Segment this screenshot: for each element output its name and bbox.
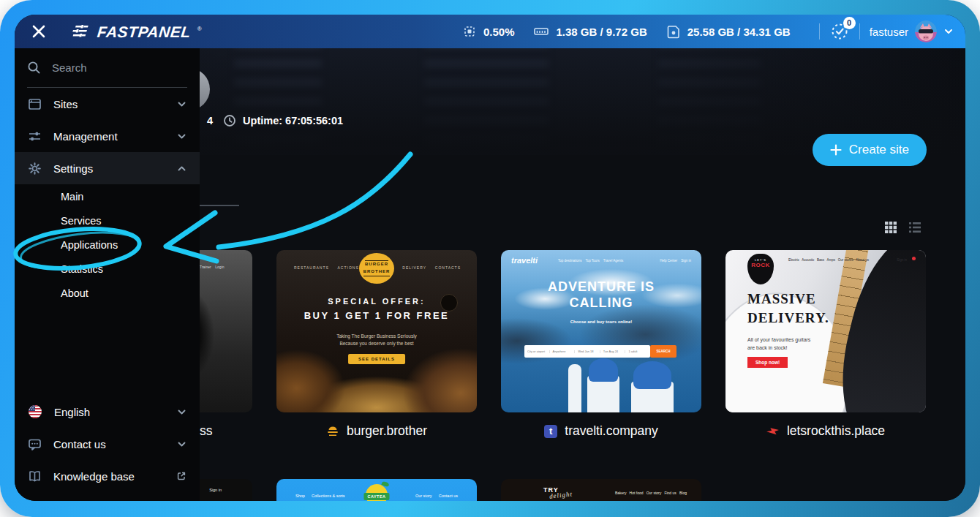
avatar — [915, 20, 937, 42]
sidebar-item-management[interactable]: Management — [15, 120, 200, 152]
us-flag-icon — [28, 404, 42, 419]
list-view-icon[interactable] — [908, 221, 921, 234]
try-delight-logo: TRY delight — [543, 486, 573, 499]
preview-subtext: Choose and buy tours online! — [501, 320, 701, 324]
santorini-tower-decor — [568, 364, 581, 412]
grid-view-icon[interactable] — [884, 221, 897, 234]
sidebar-subitem-main[interactable]: Main — [15, 184, 200, 208]
preview-cta: SEE DETAILS — [348, 354, 405, 364]
burger-brother-logo: BURGERBROTHER — [359, 253, 394, 284]
travelti-logo: travelti — [511, 256, 538, 265]
site-card-caytea-preview[interactable]: Shop Collections & sorts Our story Conta… — [276, 479, 477, 501]
sidebar-item-label: Contact us — [53, 438, 106, 450]
preview-nav: Our story Contact us — [415, 494, 458, 498]
brand-logo[interactable]: FASTPANEL ® — [72, 24, 202, 39]
sidebar-item-label: Settings — [53, 162, 93, 175]
site-cell-caytea: Shop Collections & sorts Our story Conta… — [276, 479, 477, 501]
sidebar-item-language[interactable]: English — [15, 396, 200, 428]
preview-nav: RESTAURANTS ACTIONS — [294, 265, 359, 270]
top-bar: FASTPANEL ® 0.50% 1.38 GB / 9.72 GB — [15, 15, 965, 48]
divider — [819, 23, 820, 39]
server-rack-decor — [424, 48, 549, 155]
chevron-down-icon — [177, 439, 186, 449]
sidebar-footer: English Contact us — [15, 396, 200, 501]
user-menu[interactable]: fastuser — [870, 20, 954, 42]
ip-fragment: 4 — [207, 115, 213, 127]
plus-icon — [830, 144, 842, 156]
create-site-button[interactable]: Create site — [813, 134, 927, 166]
lets-rock-logo: LET'S ROCK — [747, 254, 774, 284]
site-cell-burger: RESTAURANTS ACTIONS DELIVERY CONTACTS BU… — [276, 250, 477, 439]
cpu-usage: 0.50% — [462, 24, 515, 39]
sidebar-item-label: English — [54, 406, 90, 418]
sidebar-item-label: Management — [53, 130, 118, 143]
sidebar-subitem-statistics[interactable]: Statistics — [15, 257, 200, 281]
ram-usage: 1.38 GB / 9.72 GB — [533, 24, 647, 39]
preview-heading: ADVENTURE IS — [501, 279, 701, 295]
search-input[interactable] — [50, 61, 163, 75]
preview-nav: Sign in — [209, 488, 222, 492]
preview-nav: Bakery Hot food Our story Find us Blog — [615, 491, 687, 495]
site-name-burger-brother[interactable]: burger.brother — [276, 423, 477, 439]
preview-nav: Top destinations Top Tours Travel Agents — [558, 259, 623, 263]
brand-name: FASTPANEL — [97, 24, 192, 39]
page: { "colors":{"accent":"#29b6f6","annotati… — [0, 0, 980, 517]
view-toggles — [884, 221, 921, 234]
site-cell-travelti: travelti Top destinations Top Tours Trav… — [501, 250, 701, 439]
sidebar-item-settings[interactable]: Settings — [15, 152, 200, 184]
preview-subtext: Because you deserve only the best — [276, 341, 477, 346]
ram-value: 1.38 GB / 9.72 GB — [556, 26, 647, 38]
close-menu-button[interactable] — [31, 23, 47, 39]
ram-icon — [533, 24, 549, 39]
travelti-favicon: t — [544, 425, 557, 438]
site-card-delight-preview[interactable]: TRY delight Bakery Hot food Our story Fi… — [501, 479, 701, 501]
sidebar-menu: Sites Management Settings — [15, 48, 200, 501]
site-card-burger-preview[interactable]: RESTAURANTS ACTIONS DELIVERY CONTACTS BU… — [276, 250, 477, 412]
server-rack-decor — [658, 48, 761, 155]
sidebar-subitem-about[interactable]: About — [15, 281, 200, 305]
username: fastuser — [870, 26, 908, 38]
divider — [859, 23, 860, 39]
site-card-letsrock-preview[interactable]: LET'S ROCK Electric Acoustic Bass Amps O… — [725, 250, 926, 412]
sidebar-subitem-services[interactable]: Services — [15, 208, 200, 233]
clock-icon — [223, 114, 236, 127]
management-sliders-icon — [28, 129, 42, 143]
tab-underline-fragment — [200, 205, 239, 206]
sidebar-item-contact-us[interactable]: Contact us — [15, 428, 200, 460]
sidebar-item-label: Knowledge base — [53, 470, 135, 483]
preview-heading: MASSIVE — [747, 291, 816, 307]
preview-heading: DELIVERY. — [747, 310, 829, 326]
sidebar-item-knowledge-base[interactable]: Knowledge base — [15, 460, 200, 492]
external-link-icon — [176, 471, 186, 481]
preview-nav: Shop Collections & sorts — [295, 494, 345, 498]
equalizer-icon — [72, 25, 91, 38]
preview-search-button: SEARCH — [650, 345, 676, 358]
uptime-value: Uptime: 67:05:56:01 — [243, 115, 343, 127]
disk-usage: 25.58 GB / 34.31 GB — [666, 24, 791, 39]
site-name-letsrock[interactable]: letsrockthis.place — [725, 423, 926, 439]
santorini-dome-decor — [631, 382, 674, 412]
cart-badge-decor — [912, 257, 916, 260]
search-icon — [27, 61, 41, 75]
sidebar-item-sites[interactable]: Sites — [15, 88, 200, 120]
sidebar-item-label: Sites — [53, 98, 78, 110]
preview-heading: SPECIAL OFFER: — [276, 297, 477, 306]
fastpanel-app: FASTPANEL ® 0.50% 1.38 GB / 9.72 GB — [15, 15, 965, 501]
server-info-row: 4 Uptime: 67:05:56:01 — [207, 114, 343, 127]
preview-subtext: Taking The Burger Business Seriously — [276, 333, 477, 339]
site-card-travelti-preview[interactable]: travelti Top destinations Top Tours Trav… — [501, 250, 701, 412]
chevron-down-icon — [943, 26, 954, 37]
sidebar-subitem-applications[interactable]: Applications — [15, 233, 200, 257]
settings-gear-icon — [28, 162, 42, 176]
site-cell-delight: TRY delight Bakery Hot food Our story Fi… — [501, 479, 701, 501]
santorini-dome-decor — [587, 376, 619, 412]
registered-mark: ® — [197, 26, 202, 32]
disk-icon — [666, 24, 681, 39]
preview-nav: Help Center Sign in — [660, 259, 691, 263]
tasks-button[interactable]: 0 — [829, 21, 850, 42]
preview-search-bar: City or airport Anywhere Wed Jan 18 Tue … — [524, 345, 650, 358]
site-cell-letsrock: LET'S ROCK Electric Acoustic Bass Amps O… — [725, 250, 926, 439]
preview-nav: Electric Acoustic Bass Amps Our stores A… — [788, 258, 869, 262]
preview-subtext: All of your favourites guitarsare back i… — [747, 336, 810, 352]
site-name-travelti[interactable]: t travelti.company — [501, 423, 701, 439]
